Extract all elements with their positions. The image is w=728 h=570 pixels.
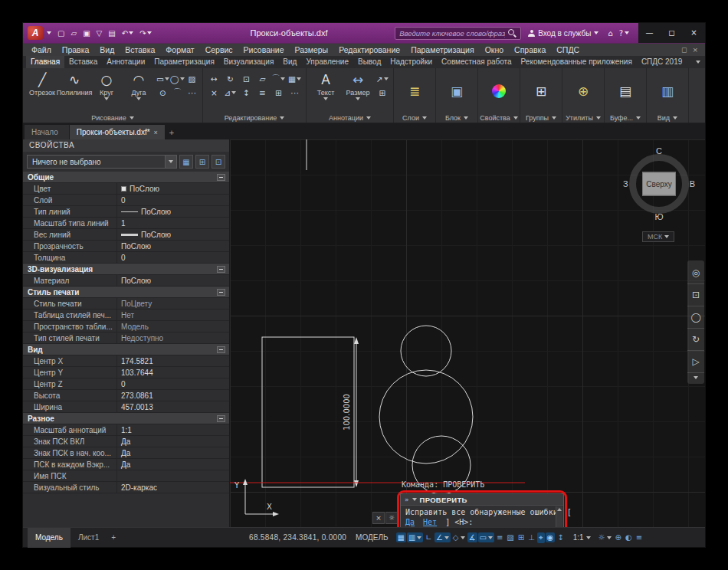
explode-tool[interactable]: ⊞: [271, 86, 287, 100]
property-value[interactable]: 457.0013: [116, 401, 229, 412]
isolate-objects-icon[interactable]: ⊕: [614, 532, 623, 542]
dynamic-input-toggle[interactable]: ⌖: [537, 532, 545, 543]
lineweight-toggle[interactable]: ≡: [495, 532, 504, 542]
viewcube[interactable]: С Ю З В Сверху: [622, 147, 696, 221]
panel-footer-modify[interactable]: Редактирование: [205, 113, 304, 123]
property-value[interactable]: 2D-каркас: [116, 482, 229, 493]
spline-tool[interactable]: ⌒: [170, 86, 185, 100]
viewcube-west[interactable]: З: [623, 179, 628, 188]
trim-tool[interactable]: ⊿: [222, 86, 238, 100]
view-panel-button[interactable]: ▥: [650, 70, 685, 113]
orbit-icon[interactable]: ↻: [687, 329, 704, 351]
circle-tool[interactable]: ○ Круг: [90, 70, 123, 113]
pan-icon[interactable]: ⊡: [687, 284, 704, 306]
offset-tool[interactable]: ≡: [254, 86, 271, 100]
menu-item[interactable]: Правка: [57, 44, 94, 57]
document-tab[interactable]: Начало: [25, 125, 69, 139]
menu-item[interactable]: Вид: [94, 44, 120, 57]
new-file-icon[interactable]: ▢: [55, 28, 67, 39]
model-space-button[interactable]: МОДЕЛЬ: [356, 533, 388, 542]
option-yes-link[interactable]: Да: [405, 518, 415, 526]
property-value[interactable]: Модель: [116, 321, 229, 332]
ribbon-collapse-button[interactable]: [696, 56, 705, 68]
panel-footer[interactable]: Блок: [438, 113, 476, 123]
dynamic-ucs-toggle[interactable]: ⊥: [526, 532, 536, 542]
menu-item[interactable]: Размеры: [290, 44, 334, 57]
signin-button[interactable]: Вход в службы: [525, 29, 602, 38]
panel-footer-annotate[interactable]: Аннотации: [308, 113, 392, 123]
circle-entity-small[interactable]: [401, 326, 451, 376]
section-collapse-icon[interactable]: [217, 266, 225, 273]
command-window[interactable]: » ПРОВЕРИТЬ Исправить все обнаруженные о…: [400, 493, 564, 527]
wcs-button[interactable]: МСК: [642, 231, 674, 242]
property-row[interactable]: Толщина 0: [23, 252, 229, 264]
save-as-icon[interactable]: ▽: [94, 28, 105, 39]
ribbon-tab[interactable]: Аннотации: [102, 56, 149, 68]
donut-tool[interactable]: ⊙: [156, 86, 170, 100]
menu-item[interactable]: Файл: [26, 44, 57, 57]
panel-footer[interactable]: Вид: [648, 113, 687, 123]
property-row[interactable]: Ширина 457.0013: [23, 401, 229, 413]
layout-tab[interactable]: +: [107, 528, 120, 548]
clipboard-panel-button[interactable]: ▤: [608, 70, 643, 113]
menu-item[interactable]: Редактирование: [333, 44, 405, 57]
property-row[interactable]: Имя ПСК: [23, 470, 229, 482]
new-tab-button[interactable]: +: [166, 125, 178, 139]
utilities-panel-button[interactable]: ⊕: [566, 70, 601, 113]
property-value[interactable]: Нет: [116, 310, 229, 320]
property-value[interactable]: Да: [116, 436, 229, 447]
save-icon[interactable]: ▣: [80, 28, 92, 39]
fillet-tool[interactable]: ⌒: [271, 72, 287, 86]
toggle-pickadd-icon[interactable]: ▦: [179, 155, 193, 169]
property-value[interactable]: ПоСлою: [116, 206, 229, 217]
ribbon-tab[interactable]: Надстройки: [385, 56, 437, 68]
property-row[interactable]: Слой 0: [23, 195, 229, 206]
viewcube-east[interactable]: В: [690, 179, 695, 188]
section-collapse-icon[interactable]: [217, 289, 225, 296]
ribbon-tab[interactable]: Вывод: [353, 56, 385, 68]
select-objects-icon[interactable]: ⊞: [195, 155, 209, 169]
ribbon-tab[interactable]: Вставка: [64, 56, 102, 68]
caret-icon[interactable]: [412, 498, 417, 501]
zoom-icon[interactable]: ◯: [687, 306, 704, 329]
property-value[interactable]: Недоступно: [116, 332, 229, 343]
viewcube-south[interactable]: Ю: [654, 212, 663, 221]
section-collapse-icon[interactable]: [217, 174, 225, 181]
menu-item[interactable]: Сервис: [200, 44, 238, 57]
array-tool[interactable]: ▦: [287, 72, 303, 86]
layers-panel-button[interactable]: ≣: [397, 70, 432, 113]
annotation-autoscale-toggle[interactable]: ↕: [556, 532, 565, 542]
property-value[interactable]: ПоСлою: [116, 229, 229, 240]
property-value[interactable]: 1: [116, 218, 229, 228]
ribbon-tab[interactable]: Главная: [26, 56, 64, 68]
menu-item[interactable]: Параметризация: [405, 44, 480, 57]
ucs-icon[interactable]: Y X: [234, 479, 279, 516]
navbar-menu-caret-icon[interactable]: [694, 373, 698, 382]
transparency-toggle[interactable]: ▨: [505, 532, 515, 542]
menu-item[interactable]: Справка: [509, 44, 551, 57]
move-tool[interactable]: ↔: [206, 72, 222, 86]
command-prompt-icon[interactable]: »: [405, 496, 409, 503]
property-value[interactable]: ПоЦвету: [116, 298, 229, 309]
property-row[interactable]: Прозрачность ПоСлою: [23, 241, 229, 252]
property-row[interactable]: Масштаб типа линий 1: [23, 218, 229, 229]
property-row[interactable]: Центр Y 103.7644: [23, 367, 229, 378]
ribbon-tab[interactable]: СПДС 2019: [637, 56, 687, 68]
property-row[interactable]: Цвет ПоСлою: [23, 183, 229, 195]
property-value[interactable]: Да: [116, 447, 229, 458]
circle-entity-large[interactable]: [379, 370, 473, 464]
property-row[interactable]: Визуальный стиль 2D-каркас: [23, 482, 229, 493]
line-tool[interactable]: ╱ Отрезок: [26, 70, 58, 113]
open-file-icon[interactable]: ▱: [68, 28, 79, 39]
rectangle-tool[interactable]: ▭: [156, 72, 170, 86]
app-store-icon[interactable]: ⌂: [605, 28, 615, 39]
annotation-scale-button[interactable]: 1:1: [570, 532, 594, 543]
document-tab[interactable]: Прокси-объекты.dxf* ×: [70, 125, 165, 139]
section-collapse-icon[interactable]: [217, 415, 225, 422]
ribbon-tab[interactable]: Визуализация: [219, 56, 278, 68]
menu-item[interactable]: Вставка: [120, 44, 160, 57]
undo-icon[interactable]: ↶: [120, 28, 136, 39]
ribbon-tab[interactable]: Вид: [278, 56, 301, 68]
property-row[interactable]: Знак ПСК в нач. коо... Да: [23, 447, 229, 459]
showmotion-icon[interactable]: ▷: [687, 351, 704, 373]
